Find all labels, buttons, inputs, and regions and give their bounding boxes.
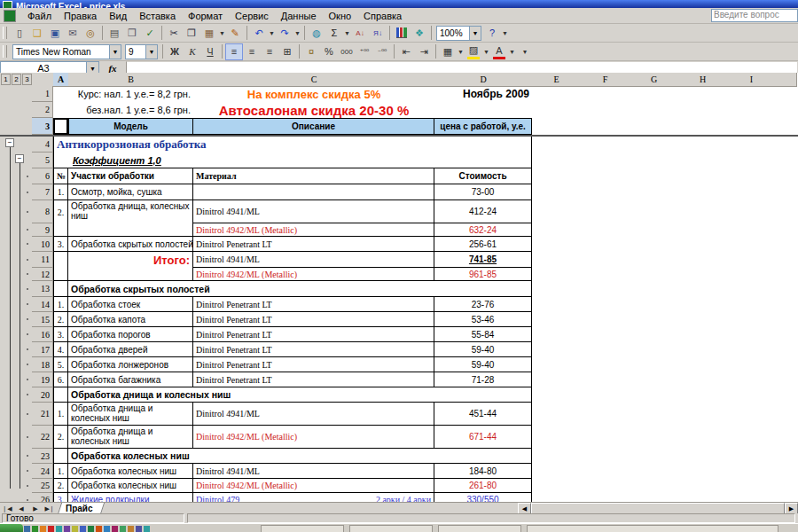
cell-B20[interactable]: Обработка днища и колесных ниш [68,387,532,403]
format-painter-icon[interactable]: ✎ [226,25,244,42]
cell-B24[interactable]: Обработка колесных ниш [68,464,193,479]
row-header-2[interactable]: 2 [32,102,53,118]
menu-сервис[interactable]: Сервис [229,10,275,22]
cell-B2[interactable]: без.нал. 1 у.е.= 8,6 грн. [68,102,193,118]
redo-icon[interactable]: ↷ [276,25,293,42]
cell-C16[interactable]: Dinitrol Penetrant LT [193,327,434,342]
cell-D25[interactable]: 261-80 [434,479,532,493]
cell-D14[interactable]: 23-76 [434,297,532,312]
quick-launch-icon[interactable] [40,526,46,532]
cell-C25[interactable]: Dinitrol 4942/ML (Metallic) [193,479,434,493]
quick-launch-icon[interactable] [48,526,54,532]
save-icon[interactable]: ▣ [46,25,64,42]
paste-icon-dropdown[interactable]: ▼ [218,26,226,41]
cell-A13[interactable] [53,281,68,297]
row-header-18[interactable]: 18 [32,357,53,372]
column-header-C[interactable]: C [193,73,435,87]
cell-C12[interactable]: Dinitrol 4942/ML (Metallic) [193,268,434,281]
cell-A22[interactable]: 2. [53,426,68,449]
row-header-9[interactable]: 9 [32,223,53,237]
quick-launch-icon[interactable] [144,526,150,532]
row-header-13[interactable]: 13 [32,281,53,297]
cell-A11[interactable] [53,252,68,268]
cell-C11[interactable]: Dinitrol 4941/ML [193,252,434,268]
taskbar-window-button[interactable] [349,525,433,532]
print-preview-icon[interactable]: ❒ [123,25,141,42]
mail-icon[interactable]: ✉ [64,25,82,42]
cell-B23[interactable]: Обработка колесных ниш [68,449,532,464]
cell-D16[interactable]: 55-84 [434,327,532,342]
quick-launch-icon[interactable] [104,526,110,532]
fill-color-icon[interactable]: ▨ [465,42,482,61]
cell-C14[interactable]: Dinitrol Penetrant LT [193,297,434,312]
cell-D18[interactable]: 59-40 [434,357,532,372]
sort-descending-icon[interactable]: Я↓ [369,25,387,42]
cell-C7[interactable] [193,184,434,200]
quick-launch-icon[interactable] [80,526,86,532]
row-header-16[interactable]: 16 [32,327,53,342]
quick-launch-icon[interactable] [128,526,134,532]
row-header-26[interactable]: 26 [32,493,53,502]
redo-icon-dropdown[interactable]: ▼ [293,26,301,41]
row-header-24[interactable]: 24 [32,464,53,479]
decrease-decimal-icon[interactable]: ⁻⁰⁰ [373,43,391,60]
menu-файл[interactable]: Файл [21,10,58,22]
cell-C26[interactable]: Dinitrol 4792 арки / 4 арки [193,493,434,502]
paste-icon[interactable]: ▦ [200,25,218,42]
cell-B9[interactable] [68,223,193,237]
cell-B25[interactable]: Обработка колесных ниш [68,479,193,493]
toolbar-grip[interactable] [3,45,7,58]
cell-A16[interactable]: 3. [53,327,68,342]
menu-правка[interactable]: Правка [58,10,103,22]
cell-C2[interactable]: Автосалонам скидка 20-30 % [193,102,434,118]
cell-B17[interactable]: Обработка дверей [68,342,193,357]
menu-данные[interactable]: Данные [275,10,323,22]
search-icon[interactable]: ◎ [82,25,99,42]
column-header-A[interactable]: A [53,73,69,87]
cell-D8[interactable]: 412-24 [434,200,532,223]
cell-C3[interactable]: Описание [193,118,434,135]
menu-окно[interactable]: Окно [323,10,358,22]
quick-launch-icon[interactable] [120,526,126,532]
borders-icon-dropdown[interactable]: ▼ [457,44,465,59]
cell-A5[interactable]: Коэффициент 1,0 [53,153,532,168]
menu-вставка[interactable]: Вставка [133,10,182,22]
quick-launch-icon[interactable] [136,526,142,532]
new-document-icon[interactable]: ▯ [11,25,28,42]
taskbar-window-button[interactable] [527,525,778,532]
cell-D24[interactable]: 184-80 [434,464,532,479]
cell-B3[interactable]: Модель [68,118,193,135]
cell-B1[interactable]: Курс: нал. 1 у.е.= 8,2 грн. [68,86,193,102]
align-right-icon[interactable]: ≡ [261,43,278,60]
cell-C8[interactable]: Dinitrol 4941/ML [193,200,434,223]
cell-B15[interactable]: Обработка капота [68,312,193,327]
cell-A12[interactable] [53,268,68,281]
cell-A18[interactable]: 5. [53,357,68,372]
font-name-select[interactable]: Times New Roman ▼ [12,44,121,59]
cell-B16[interactable]: Обработка порогов [68,327,193,342]
cell-C1[interactable]: На комплекс скидка 5% [193,86,434,102]
column-header-D[interactable]: D [434,73,533,87]
toolbar-grip[interactable] [3,27,7,39]
row-header-5[interactable]: 5 [32,153,53,168]
cell-B6[interactable]: Участки обработки [68,168,193,184]
increase-indent-icon[interactable]: ⇥ [415,43,433,60]
cell-D10[interactable]: 256-61 [434,237,532,252]
cell-A21[interactable]: 1. [53,403,68,426]
cell-B26[interactable]: Жидкие подкрылки [68,493,193,502]
cell-C18[interactable]: Dinitrol Penetrant LT [193,357,434,372]
cell-A24[interactable]: 1. [53,464,68,479]
undo-icon-dropdown[interactable]: ▼ [268,26,276,41]
cell-C9[interactable]: Dinitrol 4942/ML (Metallic) [193,223,434,237]
cell-D21[interactable]: 451-44 [434,403,532,426]
cell-B12[interactable] [68,268,193,281]
cell-D3[interactable]: цена с работой, у.е. [434,118,532,135]
open-icon[interactable]: ❑ [28,25,46,42]
cell-D7[interactable]: 73-00 [434,184,532,200]
chevron-down-icon[interactable]: ▼ [145,45,157,59]
cell-D15[interactable]: 53-46 [434,312,532,327]
cell-B11[interactable]: Итого: [68,252,193,268]
undo-icon[interactable]: ↶ [250,25,268,42]
column-header-E[interactable]: E [532,73,582,87]
thousands-icon[interactable]: 000 [338,43,356,60]
